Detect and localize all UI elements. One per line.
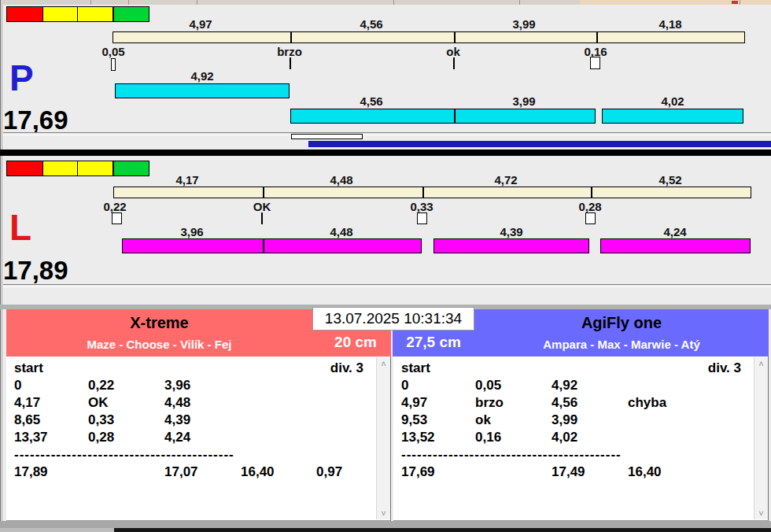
split-time: 4,18 xyxy=(635,17,706,31)
cell xyxy=(628,429,703,446)
split-time: 4,52 xyxy=(635,173,706,187)
cell: 0,16 xyxy=(475,429,552,446)
window-bottom-edge xyxy=(0,521,771,528)
run-time: 4,02 xyxy=(637,94,708,108)
scroll-down-icon[interactable]: ˅ xyxy=(754,507,768,519)
taskbar-fragment xyxy=(114,528,771,532)
scroll-down-icon[interactable]: ˅ xyxy=(377,507,390,519)
lane-letter-l: L xyxy=(9,209,31,246)
total-cell: 17,49 xyxy=(552,464,628,481)
fault-checkbox[interactable] xyxy=(590,57,600,69)
split-time: 4,56 xyxy=(336,17,407,31)
light-red xyxy=(7,7,43,21)
taskbar-fragment-light xyxy=(0,528,114,532)
fault-checkbox[interactable] xyxy=(417,212,427,224)
cell: 4,02 xyxy=(552,429,628,446)
cell: 0,28 xyxy=(88,429,164,446)
col-header-start: start xyxy=(401,360,430,377)
jump-height: 20 cm xyxy=(321,334,390,351)
result-row: 4,17 OK 4,48 xyxy=(14,394,373,412)
light-yellow-1 xyxy=(43,7,79,21)
results-table-left[interactable]: start div. 3 0 0,22 3,96 4,17 OK 4,48 8,… xyxy=(6,357,391,521)
totals-separator: ----------------------------------------… xyxy=(14,446,234,464)
exchange-mark-label: 0,33 xyxy=(386,200,457,213)
exchange-mark-label: ok xyxy=(418,45,489,58)
cell: 0 xyxy=(401,377,475,394)
start-lights-p xyxy=(6,6,149,22)
result-row: 0 0,22 3,96 xyxy=(14,377,373,394)
cell: 4,56 xyxy=(552,394,628,412)
team-members: Ampara - Max - Marwie - Atý xyxy=(474,338,769,351)
results-content: start div. 3 0 0,22 3,96 4,17 OK 4,48 8,… xyxy=(14,360,373,481)
total-cell: 17,69 xyxy=(401,464,475,481)
window-left-border-inner xyxy=(2,5,2,521)
total-time-l: 17,89 xyxy=(3,257,68,283)
exchange-mark-label: brzo xyxy=(254,45,325,58)
team-name: X-treme xyxy=(6,314,312,332)
totals-separator: ----------------------------------------… xyxy=(401,446,622,464)
start-lights-l xyxy=(6,161,149,176)
cell: 13,37 xyxy=(14,429,88,446)
scrollbar-left-table[interactable]: ˄ ˅ xyxy=(376,357,390,519)
tick-mark xyxy=(290,57,291,69)
window-left-border xyxy=(0,0,1,532)
cell: 4,39 xyxy=(164,412,241,429)
cell: 0,22 xyxy=(88,377,164,394)
result-row: 13,52 0,16 4,02 xyxy=(401,429,751,446)
exchange-mark-label: 0,28 xyxy=(555,200,625,213)
totals-row: 17,89 17,07 16,40 0,97 xyxy=(14,464,373,481)
cell: 4,24 xyxy=(164,429,241,446)
run-bar-p1 xyxy=(115,83,290,98)
cell: 9,53 xyxy=(401,412,475,429)
light-red xyxy=(7,161,43,175)
progress-bar xyxy=(308,141,771,147)
cell xyxy=(241,429,316,446)
scroll-up-icon[interactable]: ˄ xyxy=(377,357,390,370)
cell: 3,99 xyxy=(552,412,628,429)
scroll-up-icon[interactable]: ˄ xyxy=(754,357,768,370)
light-yellow-1 xyxy=(43,161,79,175)
light-yellow-2 xyxy=(78,7,113,21)
divider-line xyxy=(3,132,771,135)
progress-marker xyxy=(291,134,363,139)
total-cell xyxy=(703,464,751,481)
split-time: 3,99 xyxy=(489,17,559,31)
jump-height: 27,5 cm xyxy=(393,334,474,351)
split-time: 4,97 xyxy=(165,17,236,31)
run-time: 3,96 xyxy=(157,225,227,238)
tick-mark xyxy=(453,57,455,69)
result-row: 13,37 0,28 4,24 xyxy=(14,429,373,446)
cell xyxy=(628,377,703,394)
light-green xyxy=(113,7,149,21)
totals-row: 17,69 17,49 16,40 xyxy=(401,464,751,481)
split-timeline-bar-l xyxy=(113,187,751,198)
run-time: 3,99 xyxy=(489,94,559,108)
team-members: Maze - Choose - Vilík - Fej xyxy=(6,338,312,351)
results-table-right[interactable]: start div. 3 0 0,05 4,92 4,97 brzo 4,56 … xyxy=(393,357,769,521)
run-bar-l2 xyxy=(433,238,589,253)
background-windows-strip xyxy=(0,0,771,5)
cell: 0,33 xyxy=(88,412,164,429)
cell: 0,05 xyxy=(475,377,552,394)
run-bar-p2 xyxy=(290,109,596,124)
cell: chyba xyxy=(628,394,703,412)
run-bar-l3 xyxy=(600,238,751,253)
team-name: AgiFly one xyxy=(474,314,769,332)
cell xyxy=(628,412,703,429)
cell: 0 xyxy=(14,377,88,394)
cell: OK xyxy=(88,394,164,412)
fault-checkbox[interactable] xyxy=(112,212,122,224)
fault-marker-box[interactable] xyxy=(111,58,116,71)
scrollbar-right-table[interactable]: ˄ ˅ xyxy=(754,357,768,519)
run-time: 4,48 xyxy=(306,225,377,238)
result-row: 9,53 ok 3,99 xyxy=(401,412,751,429)
exchange-mark-label: 0,05 xyxy=(78,45,149,58)
background-window-edge xyxy=(580,0,771,5)
cell xyxy=(241,377,316,394)
result-row: 8,65 0,33 4,39 xyxy=(14,412,373,429)
cell: 4,97 xyxy=(401,394,475,412)
total-cell: 0,97 xyxy=(316,464,373,481)
fault-checkbox[interactable] xyxy=(585,212,596,224)
total-cell: 17,07 xyxy=(164,464,241,481)
division-label: div. 3 xyxy=(330,360,363,377)
